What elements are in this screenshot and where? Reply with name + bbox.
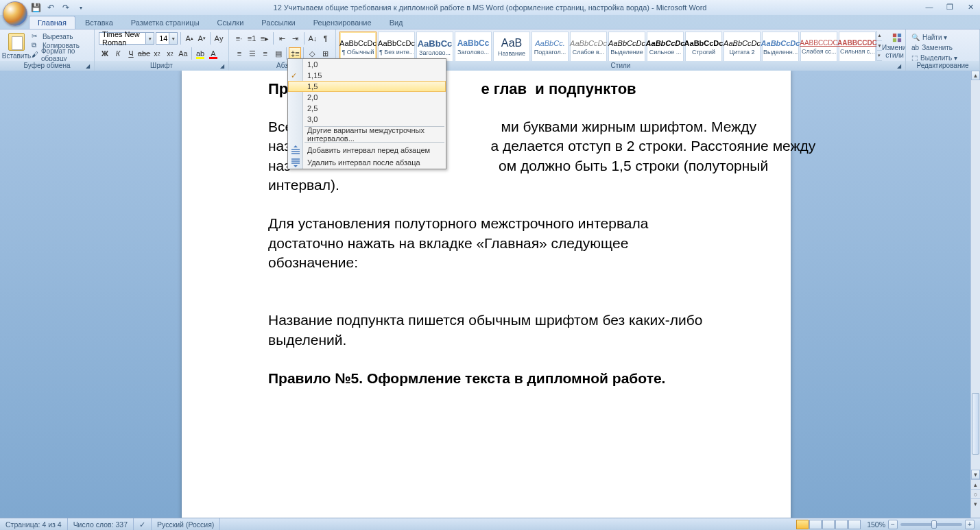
align-right-button[interactable]: ≡ (259, 47, 272, 60)
line-spacing-option-3-0[interactable]: 3,0 (288, 114, 446, 125)
status-words[interactable]: Число слов: 337 (68, 518, 134, 530)
view-print-layout[interactable] (796, 520, 809, 529)
scroll-thumb[interactable] (972, 393, 979, 455)
undo-icon[interactable]: ↶ (45, 2, 56, 13)
status-page[interactable]: Страница: 4 из 4 (0, 518, 68, 530)
tab-view[interactable]: Вид (381, 16, 411, 29)
page[interactable]: Пр е глав и подпунктов Все ми буквами жи… (182, 71, 791, 518)
tab-insert[interactable]: Вставка (77, 16, 121, 29)
highlight-button[interactable]: ab (194, 47, 206, 60)
style-item-13[interactable]: AABBCCDCСильная с... (839, 32, 876, 63)
style-item-8[interactable]: AaBbCcDcСильное ... (647, 32, 684, 63)
change-case-button[interactable]: Aa (177, 47, 189, 60)
zoom-handle[interactable] (931, 520, 937, 529)
font-size-combo[interactable]: 14▼ (156, 32, 178, 45)
styles-launcher[interactable]: ◢ (897, 63, 904, 70)
shrink-font-button[interactable]: A▾ (196, 32, 207, 45)
next-page-button[interactable]: ▾ (971, 498, 980, 508)
numbering-button[interactable]: ≡1 (246, 32, 258, 45)
view-web-layout[interactable] (822, 520, 835, 529)
show-marks-button[interactable]: ¶ (320, 32, 331, 45)
style-scroll-down[interactable]: ▼ (877, 41, 882, 51)
line-spacing-option-1-15[interactable]: ✓1,15 (288, 70, 446, 81)
minimize-button[interactable]: — (922, 1, 936, 12)
style-item-4[interactable]: АаВНазвание (493, 32, 530, 63)
window-controls: — ❐ ✕ (922, 1, 977, 12)
style-item-3[interactable]: AaBbCcЗаголово... (455, 32, 492, 63)
save-icon[interactable]: 💾 (30, 2, 41, 13)
style-item-7[interactable]: AaBbCcDcВыделение (608, 32, 645, 63)
format-painter-button[interactable]: 🖌Формат по образцу (32, 50, 90, 60)
office-button[interactable] (3, 1, 27, 26)
replace-button[interactable]: abЗаменить (910, 43, 975, 53)
status-proofing[interactable]: ✓ (134, 518, 152, 530)
zoom-out-button[interactable]: − (888, 520, 898, 529)
style-scroll-up[interactable]: ▲ (877, 31, 882, 41)
underline-button[interactable]: Ч (125, 47, 137, 60)
clear-formatting-button[interactable]: Aу (213, 32, 224, 45)
add-space-before[interactable]: Добавить интервал перед абзацем (288, 144, 446, 156)
justify-button[interactable]: ▤ (272, 47, 285, 60)
find-button[interactable]: 🔍Найти ▾ (910, 32, 975, 43)
paragraph-3: Название подпункта пишется обычным шрифт… (268, 311, 704, 350)
italic-button[interactable]: К (112, 47, 124, 60)
align-left-button[interactable]: ≡ (233, 47, 246, 60)
tab-review[interactable]: Рецензирование (305, 16, 380, 29)
font-launcher[interactable]: ◢ (220, 63, 227, 70)
window-title: 12 Учитываем общие требования к дипломно… (274, 3, 707, 12)
clipboard-launcher[interactable]: ◢ (86, 63, 93, 70)
prev-page-button[interactable]: ▴ (971, 479, 980, 489)
change-styles-button[interactable]: Изменить стили ▾ (882, 31, 906, 61)
close-button[interactable]: ✕ (964, 1, 977, 12)
zoom-level[interactable]: 150% (867, 520, 885, 529)
style-item-9[interactable]: AaBbCcDcСтрогий (685, 32, 722, 63)
multilevel-button[interactable]: ≡▸ (259, 32, 270, 45)
grow-font-button[interactable]: A▴ (184, 32, 195, 45)
quick-access-toolbar: 💾 ↶ ↷ ▾ (30, 2, 86, 13)
align-center-button[interactable]: ☰ (246, 47, 259, 60)
sort-button[interactable]: A↓ (307, 32, 319, 45)
maximize-button[interactable]: ❐ (943, 1, 957, 12)
browse-object-button[interactable]: ○ (971, 489, 980, 498)
subscript-button[interactable]: x2 (151, 47, 163, 60)
redo-icon[interactable]: ↷ (60, 2, 71, 13)
view-outline[interactable] (835, 520, 848, 529)
group-editing: 🔍Найти ▾ abЗаменить ⬚Выделить ▾ Редактир… (906, 29, 980, 71)
font-name-combo[interactable]: Times New Roman▼ (99, 32, 154, 45)
increase-indent-button[interactable]: ⇥ (289, 32, 301, 45)
zoom-in-button[interactable]: + (965, 520, 975, 529)
line-spacing-option-2-5[interactable]: 2,5 (288, 103, 446, 114)
scroll-up-button[interactable]: ▲ (971, 71, 980, 80)
style-item-10[interactable]: AaBbCcDcЦитата 2 (724, 32, 761, 63)
style-scroll-more[interactable]: ▾ (877, 51, 882, 61)
style-item-5[interactable]: AaBbCc.Подзагол... (531, 32, 569, 63)
tab-mailings[interactable]: Рассылки (253, 16, 303, 29)
view-draft[interactable] (848, 520, 861, 529)
style-item-11[interactable]: AaBbCcDcВыделенн... (762, 32, 799, 63)
view-full-screen[interactable] (809, 520, 822, 529)
qat-more-icon[interactable]: ▾ (75, 2, 86, 13)
line-spacing-option-2-0[interactable]: 2,0 (288, 92, 446, 103)
remove-space-after[interactable]: Удалить интервал после абзаца (288, 156, 446, 169)
cut-button[interactable]: ✂Вырезать (32, 32, 90, 40)
status-language[interactable]: Русский (Россия) (152, 518, 220, 530)
zoom-slider[interactable] (900, 523, 962, 526)
paste-button[interactable]: Вставить (3, 31, 30, 61)
style-item-12[interactable]: AABBCCDCСлабая сс... (800, 32, 837, 63)
bullets-button[interactable]: ≡· (233, 32, 245, 45)
tab-pagelayout[interactable]: Разметка страницы (123, 16, 208, 29)
font-color-button[interactable]: A (207, 47, 219, 60)
style-item-6[interactable]: AaBbCcDcСлабое в... (570, 32, 607, 63)
line-spacing-more[interactable]: Другие варианты междустрочных интервалов… (288, 128, 446, 141)
tab-home[interactable]: Главная (29, 16, 75, 29)
status-bar: Страница: 4 из 4 Число слов: 337 ✓ Русск… (0, 518, 980, 530)
decrease-indent-button[interactable]: ⇤ (276, 32, 288, 45)
scroll-down-button[interactable]: ▼ (971, 470, 980, 479)
strikethrough-button[interactable]: abe (138, 47, 150, 60)
superscript-button[interactable]: x2 (164, 47, 176, 60)
line-spacing-option-1-0[interactable]: 1,0 (288, 59, 446, 70)
document-area: Пр е глав и подпунктов Все ми буквами жи… (0, 71, 970, 518)
tab-references[interactable]: Ссылки (209, 16, 252, 29)
bold-button[interactable]: Ж (99, 47, 111, 60)
line-spacing-option-1-5[interactable]: 1,5 (288, 81, 446, 92)
